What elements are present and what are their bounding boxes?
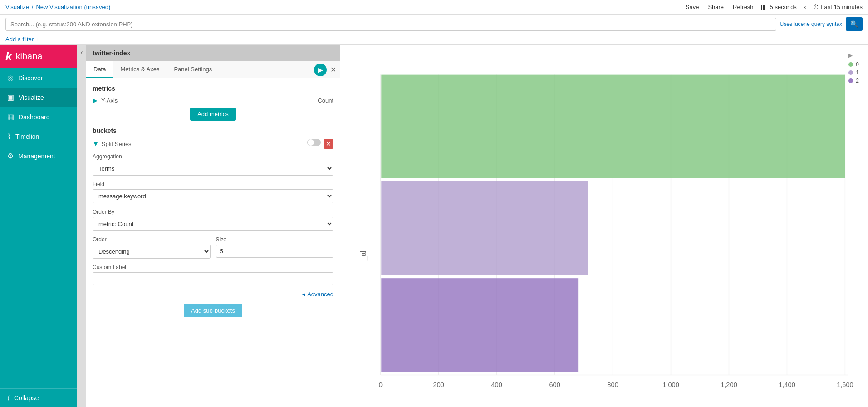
svg-text:0: 0 — [379, 381, 383, 388]
bucket-actions: ✕ — [307, 139, 333, 149]
main-layout: k kibana ◎ Discover ▣ Visualize ▦ Dashbo… — [0, 45, 868, 407]
discover-icon: ◎ — [7, 74, 14, 82]
index-name: twitter-index — [93, 49, 130, 57]
close-tab-button[interactable]: ✕ — [330, 65, 336, 74]
order-group: Order Descending — [93, 236, 211, 259]
field-label: Field — [93, 181, 333, 187]
search-hint: Uses lucene query syntax — [780, 21, 842, 27]
sidebar-item-timelion[interactable]: ⌇ Timelion — [0, 127, 77, 146]
tab-actions: ▶ ✕ — [314, 61, 340, 78]
advanced-chevron: ◂ — [302, 291, 305, 298]
svg-text:800: 800 — [607, 381, 618, 388]
sidebar-bottom: ⟨ Collapse — [0, 388, 77, 407]
aggregation-label: Aggregation — [93, 153, 333, 160]
legend-item-0[interactable]: 0 — [848, 61, 859, 68]
order-select[interactable]: Descending — [93, 245, 211, 259]
delete-bucket-button[interactable]: ✕ — [324, 139, 333, 149]
add-filter-link[interactable]: Add a filter + — [5, 36, 39, 43]
bar-2 — [381, 278, 578, 372]
top-bar: Visualize / New Visualization (unsaved) … — [0, 0, 868, 15]
sidebar-item-visualize[interactable]: ▣ Visualize — [0, 88, 77, 107]
chart-legend: ▶ 0 1 2 — [848, 52, 859, 84]
pause-icon[interactable] — [761, 5, 765, 10]
legend-item-2[interactable]: 2 — [848, 78, 859, 84]
order-by-group: Order By metric: Count — [93, 209, 333, 231]
dashboard-icon: ▦ — [7, 113, 14, 121]
svg-text:400: 400 — [491, 381, 502, 388]
refresh-button[interactable]: Refresh — [731, 3, 755, 11]
sidebar-item-discover[interactable]: ◎ Discover — [0, 68, 77, 88]
field-select[interactable]: message.keyword — [93, 189, 333, 203]
legend-arrow[interactable]: ▶ — [848, 52, 859, 59]
legend-dot-2 — [848, 78, 853, 83]
size-label: Size — [216, 236, 334, 243]
index-header: twitter-index — [86, 45, 340, 61]
svg-text:1,200: 1,200 — [721, 381, 737, 388]
sidebar-item-management[interactable]: ⚙ Management — [0, 146, 77, 166]
custom-label-input[interactable] — [93, 272, 333, 285]
clock-icon: ⏱ — [813, 4, 819, 10]
logo-text: kibana — [15, 51, 42, 62]
bucket-header: ▼ Split Series ✕ — [93, 139, 333, 149]
breadcrumb-link[interactable]: Visualize — [5, 4, 29, 10]
top-actions: Save Share Refresh 5 seconds ‹ ⏱ Last 15… — [684, 3, 863, 11]
time-selector[interactable]: ⏱ Last 15 minutes — [813, 4, 863, 10]
breadcrumb-sep: / — [32, 4, 34, 10]
chevron-left-button[interactable]: ‹ — [802, 3, 808, 11]
search-input[interactable] — [5, 18, 776, 31]
aggregation-select[interactable]: Terms — [93, 162, 333, 176]
panel-tabs: Data Metrics & Axes Panel Settings ▶ ✕ — [86, 61, 340, 78]
legend-item-1[interactable]: 1 — [848, 69, 859, 76]
metrics-section-title: metrics — [93, 85, 333, 92]
search-bar: Uses lucene query syntax 🔍 — [0, 15, 868, 34]
add-sub-buckets-button[interactable]: Add sub-buckets — [184, 304, 242, 317]
y-axis-label-text: _all — [359, 249, 368, 261]
size-input[interactable] — [216, 245, 334, 258]
bucket-expand-icon[interactable]: ▼ — [93, 140, 99, 147]
add-metrics-button[interactable]: Add metrics — [190, 108, 236, 121]
visualization-area: ▶ 0 1 2 _all — [340, 45, 868, 407]
save-button[interactable]: Save — [684, 3, 701, 11]
order-label: Order — [93, 236, 211, 243]
legend-label-1: 1 — [856, 69, 859, 76]
advanced-link[interactable]: ◂ Advanced — [93, 291, 333, 298]
bar-1 — [381, 181, 588, 275]
management-icon: ⚙ — [7, 152, 14, 160]
search-submit-button[interactable]: 🔍 — [846, 17, 863, 31]
toggle-knob — [308, 139, 314, 146]
svg-text:1,000: 1,000 — [662, 381, 679, 388]
sidebar-item-discover-label: Discover — [18, 74, 43, 82]
aggregation-group: Aggregation Terms — [93, 153, 333, 176]
order-size-row: Order Descending Size — [93, 236, 333, 264]
run-button[interactable]: ▶ — [314, 64, 327, 76]
breadcrumb: Visualize / New Visualization (unsaved) — [5, 4, 677, 10]
svg-text:200: 200 — [433, 381, 445, 388]
bucket-toggle[interactable] — [307, 139, 321, 146]
custom-label-group: Custom Label — [93, 264, 333, 285]
panel-toggle-icon: ‹ — [81, 49, 83, 56]
legend-label-2: 2 — [856, 78, 859, 84]
panel-content: metrics ▶ Y-Axis Count Add metrics bucke… — [86, 78, 340, 407]
tab-panel-settings[interactable]: Panel Settings — [167, 61, 219, 78]
sidebar: k kibana ◎ Discover ▣ Visualize ▦ Dashbo… — [0, 45, 77, 407]
panel-toggle[interactable]: ‹ — [77, 45, 86, 407]
svg-text:600: 600 — [549, 381, 560, 388]
share-button[interactable]: Share — [706, 3, 726, 11]
legend-label-0: 0 — [856, 61, 859, 68]
svg-text:1,400: 1,400 — [779, 381, 795, 388]
sidebar-item-dashboard-label: Dashboard — [19, 113, 50, 121]
y-axis-label: Y-Axis — [101, 97, 118, 104]
collapse-button[interactable]: ⟨ Collapse — [0, 389, 77, 407]
tab-data[interactable]: Data — [86, 61, 113, 78]
order-by-select[interactable]: metric: Count — [93, 217, 333, 231]
metric-expand-icon[interactable]: ▶ — [93, 97, 98, 104]
sidebar-item-timelion-label: Timelion — [15, 133, 39, 140]
buckets-section-title: buckets — [93, 127, 333, 134]
bar-0 — [381, 75, 845, 178]
collapse-icon: ⟨ — [7, 394, 10, 402]
field-group: Field message.keyword — [93, 181, 333, 203]
tab-metrics-axes[interactable]: Metrics & Axes — [113, 61, 167, 78]
order-by-label: Order By — [93, 209, 333, 215]
svg-text:1,600: 1,600 — [837, 381, 853, 388]
sidebar-item-dashboard[interactable]: ▦ Dashboard — [0, 107, 77, 127]
